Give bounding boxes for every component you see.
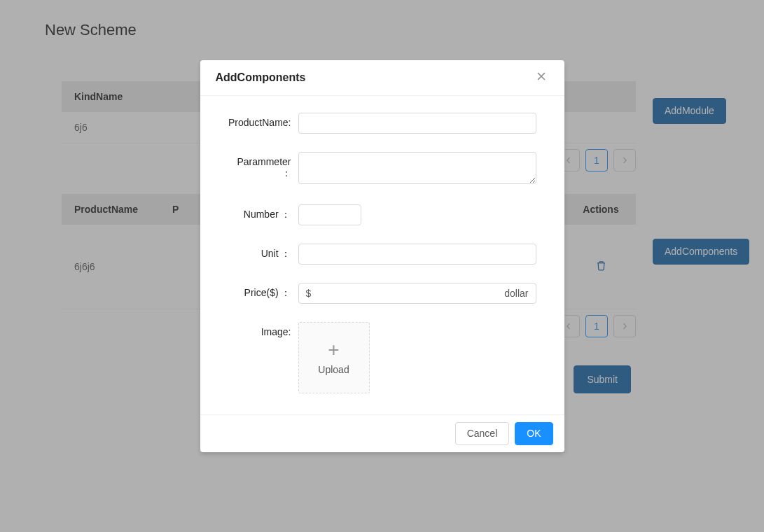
number-label: Number ： [228, 204, 298, 221]
modal-overlay: AddComponents ProductName: Parammeter ： … [0, 0, 764, 532]
parammeter-input[interactable] [298, 152, 536, 184]
upload-text: Upload [318, 364, 349, 375]
cancel-button[interactable]: Cancel [455, 422, 510, 445]
unit-input[interactable] [298, 244, 536, 265]
productname-label: ProductName: [228, 113, 298, 128]
plus-icon: + [328, 340, 339, 360]
price-input[interactable] [311, 284, 504, 303]
price-suffix: dollar [504, 288, 528, 299]
image-upload-box[interactable]: + Upload [298, 322, 370, 393]
parammeter-label: Parammeter ： [228, 152, 298, 180]
price-label: Price($) ： [228, 283, 298, 300]
close-icon[interactable] [534, 70, 549, 85]
modal-title: AddComponents [216, 71, 306, 84]
productname-input[interactable] [298, 113, 536, 134]
image-label: Image: [228, 322, 298, 337]
ok-button[interactable]: OK [515, 422, 553, 445]
add-components-modal: AddComponents ProductName: Parammeter ： … [200, 60, 564, 452]
number-input[interactable] [298, 204, 361, 225]
price-prefix: $ [306, 288, 312, 299]
unit-label: Unit ： [228, 244, 298, 260]
